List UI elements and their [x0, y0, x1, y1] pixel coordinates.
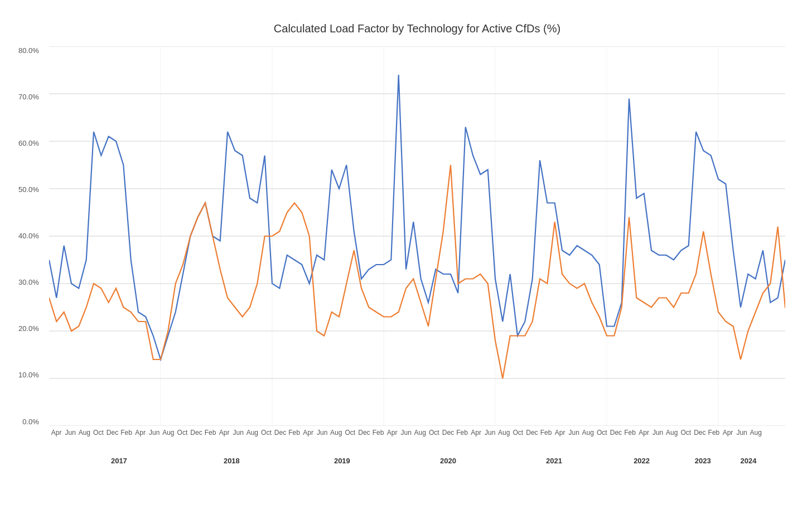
- x-month-jun20: Jun: [401, 429, 412, 437]
- x-month-apr21: Apr: [471, 429, 481, 437]
- x-month-aug20: Aug: [414, 429, 426, 437]
- x-month-apr19: Apr: [303, 429, 313, 437]
- chart-area: 80.0% 70.0% 60.0% 50.0% 40.0% 30.0% 20.0…: [49, 46, 785, 426]
- x-month-apr22: Apr: [555, 429, 566, 437]
- y-label-70: 70.0%: [18, 93, 39, 101]
- x-month-dec17: Dec: [190, 429, 202, 437]
- y-axis: 80.0% 70.0% 60.0% 50.0% 40.0% 30.0% 20.0…: [18, 46, 39, 426]
- x-month-apr20: Apr: [387, 429, 398, 437]
- x-month-feb21: Feb: [456, 429, 468, 437]
- x-month-dec23: Dec: [694, 429, 705, 437]
- year-2024: 2024: [741, 457, 757, 465]
- x-month-oct22: Oct: [597, 429, 607, 437]
- x-month-oct23: Oct: [680, 429, 691, 437]
- chart-container: Calculated Load Factor by Technology for…: [10, 11, 802, 502]
- x-month-apr16: Apr: [51, 429, 62, 437]
- x-month-feb22: Feb: [540, 429, 552, 437]
- x-month-dec22: Dec: [610, 429, 622, 437]
- onshore-wind-data: [49, 165, 785, 378]
- y-label-20: 20.0%: [18, 324, 39, 333]
- y-label-50: 50.0%: [18, 185, 39, 194]
- x-month-dec19: Dec: [358, 429, 370, 437]
- x-month-aug24: Aug: [750, 429, 762, 437]
- x-month-jun19: Jun: [317, 429, 327, 437]
- x-month-jun22: Jun: [568, 429, 579, 437]
- x-month-feb19: Feb: [288, 429, 300, 437]
- x-month-dec16: Dec: [107, 429, 118, 437]
- x-month-aug16: Aug: [79, 429, 90, 437]
- x-month-jun18: Jun: [233, 429, 244, 437]
- year-2021: 2021: [546, 457, 562, 465]
- chart-svg: [49, 46, 785, 426]
- x-month-apr24: Apr: [723, 429, 733, 437]
- x-month-oct16: Oct: [93, 429, 104, 437]
- x-month-oct17: Oct: [177, 429, 188, 437]
- y-label-30: 30.0%: [18, 278, 39, 286]
- offshore-wind-data: [49, 75, 785, 359]
- x-axis-months: Apr Jun Aug Oct Dec Feb Apr Jun Aug Oct …: [49, 429, 785, 451]
- y-label-10: 10.0%: [18, 371, 39, 379]
- x-month-apr23: Apr: [639, 429, 649, 437]
- x-month-apr18: Apr: [219, 429, 230, 437]
- x-month-oct21: Oct: [513, 429, 523, 437]
- x-month-aug18: Aug: [246, 429, 258, 437]
- x-month-apr17: Apr: [135, 429, 146, 437]
- x-month-jun16: Jun: [65, 429, 76, 437]
- x-month-feb24: Feb: [708, 429, 720, 437]
- x-month-oct19: Oct: [345, 429, 356, 437]
- x-month-feb20: Feb: [373, 429, 384, 437]
- x-month-aug21: Aug: [498, 429, 510, 437]
- x-month-dec20: Dec: [442, 429, 454, 437]
- y-label-80: 80.0%: [18, 46, 39, 55]
- x-month-feb23: Feb: [624, 429, 636, 437]
- x-month-aug17: Aug: [162, 429, 174, 437]
- x-month-jun24: Jun: [736, 429, 747, 437]
- year-2017: 2017: [111, 457, 127, 465]
- year-2019: 2019: [334, 457, 350, 465]
- y-label-0: 0.0%: [22, 418, 39, 426]
- chart-title: Calculated Load Factor by Technology for…: [49, 22, 785, 35]
- x-month-aug19: Aug: [330, 429, 342, 437]
- x-month-oct18: Oct: [261, 429, 272, 437]
- year-2018: 2018: [224, 457, 240, 465]
- year-2023: 2023: [695, 457, 711, 465]
- y-label-60: 60.0%: [18, 139, 39, 147]
- x-month-feb17: Feb: [120, 429, 132, 437]
- x-month-feb18: Feb: [205, 429, 216, 437]
- x-month-aug22: Aug: [582, 429, 594, 437]
- y-label-40: 40.0%: [18, 232, 39, 240]
- x-month-jun17: Jun: [149, 429, 160, 437]
- x-month-jun21: Jun: [485, 429, 495, 437]
- year-2020: 2020: [440, 457, 456, 465]
- x-month-aug23: Aug: [666, 429, 678, 437]
- year-2022: 2022: [634, 457, 650, 465]
- x-month-oct20: Oct: [429, 429, 439, 437]
- x-month-dec18: Dec: [274, 429, 286, 437]
- x-month-jun23: Jun: [652, 429, 663, 437]
- x-month-dec21: Dec: [526, 429, 538, 437]
